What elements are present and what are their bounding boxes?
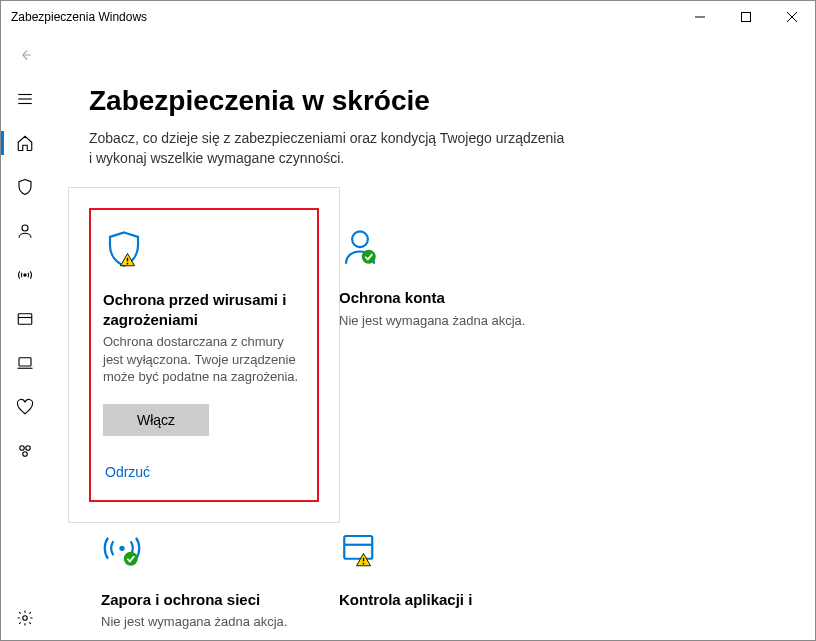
svg-rect-10 [18,314,32,325]
sidebar-firewall[interactable] [1,253,49,297]
minimize-button[interactable] [677,1,723,33]
card-account-protection[interactable]: Ochrona konta Nie jest wymagana żadna ak… [327,208,557,502]
page-title: Zabezpieczenia w skrócie [89,85,785,117]
sidebar-health[interactable] [1,385,49,429]
sidebar-settings[interactable] [1,596,49,640]
shield-warning-icon [103,226,145,274]
card-title: Zapora i ochrona sieci [101,590,260,610]
sidebar-account[interactable] [1,209,49,253]
card-desc: Nie jest wymagana żadna akcja. [101,613,287,631]
svg-rect-12 [19,358,31,366]
sidebar-virus[interactable] [1,165,49,209]
svg-point-23 [124,552,138,566]
sidebar-home[interactable] [1,121,49,165]
svg-point-19 [127,263,129,265]
back-button[interactable] [1,33,49,77]
card-app-control[interactable]: Kontrola aplikacji i [327,510,557,640]
svg-point-27 [363,563,365,565]
svg-point-16 [23,452,28,457]
card-title: Kontrola aplikacji i [339,590,472,610]
card-desc: Ochrona dostarczana z chmury jest wyłącz… [103,333,305,386]
svg-point-8 [22,225,28,231]
appcontrol-warning-icon [339,526,381,574]
svg-point-17 [23,616,28,621]
cards-grid: Ochrona przed wirusami i zagrożeniami Oc… [89,208,785,640]
page-subtitle: Zobacz, co dzieje się z zabezpieczeniami… [89,129,569,168]
card-virus-protection[interactable]: Ochrona przed wirusami i zagrożeniami Oc… [89,208,319,502]
card-title: Ochrona konta [339,288,445,308]
window-title: Zabezpieczenia Windows [11,10,677,24]
sidebar [1,33,49,640]
sidebar-appcontrol[interactable] [1,297,49,341]
svg-point-9 [24,274,26,276]
window-controls [677,1,815,33]
sidebar-device[interactable] [1,341,49,385]
titlebar: Zabezpieczenia Windows [1,1,815,33]
svg-rect-1 [742,13,751,22]
main-content: Zabezpieczenia w skrócie Zobacz, co dzie… [49,33,815,640]
svg-point-22 [119,545,124,550]
card-firewall[interactable]: Zapora i ochrona sieci Nie jest wymagana… [89,510,319,640]
sidebar-family[interactable] [1,429,49,473]
svg-point-15 [26,446,31,451]
svg-point-21 [362,250,376,264]
dismiss-link[interactable]: Odrzuć [105,464,150,480]
svg-point-20 [352,232,368,248]
card-desc: Nie jest wymagana żadna akcja. [339,312,525,330]
svg-point-14 [20,446,25,451]
firewall-ok-icon [101,526,143,574]
maximize-button[interactable] [723,1,769,33]
account-ok-icon [339,224,381,272]
enable-button[interactable]: Włącz [103,404,209,436]
svg-rect-24 [344,536,372,559]
hamburger-menu[interactable] [1,77,49,121]
card-title: Ochrona przed wirusami i zagrożeniami [103,290,305,329]
close-button[interactable] [769,1,815,33]
